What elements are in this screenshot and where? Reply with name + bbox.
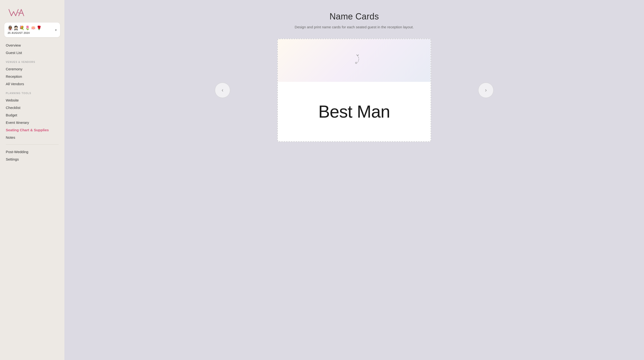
venues-section-label: VENUES & VENDORS (6, 61, 59, 63)
page-title: Name Cards (330, 11, 379, 22)
wedding-date: 25 AUGUST 2024 (8, 32, 42, 34)
spin-cursor-icon (347, 52, 362, 67)
nav-divider (6, 145, 59, 145)
sidebar-item-settings[interactable]: Settings (6, 156, 59, 163)
sidebar-item-notes[interactable]: Notes (6, 134, 59, 141)
page-subtitle: Design and print name cards for each sea… (294, 25, 414, 29)
sidebar-item-reception[interactable]: Reception (6, 73, 59, 80)
sidebar-item-all-vendors[interactable]: All Vendors (6, 80, 59, 88)
name-card: Best Man (277, 39, 431, 142)
name-card-top (278, 39, 430, 82)
prev-button[interactable]: ‹ (215, 83, 230, 98)
svg-point-1 (356, 62, 357, 64)
next-button[interactable]: › (478, 83, 494, 98)
name-card-text: Best Man (318, 102, 390, 121)
card-carousel: ‹ Best Man › (210, 39, 498, 142)
sidebar-item-event-itinerary[interactable]: Event Itinerary (6, 119, 59, 126)
sidebar-item-budget[interactable]: Budget (6, 111, 59, 119)
wedding-card-emojis: 👰🏾 🤵🏻 💐 🌷 🪷 🌹 (8, 25, 42, 30)
sidebar-item-guest-list[interactable]: Guest List (6, 49, 59, 56)
venues-vendors-section: VENUES & VENDORS Ceremony Reception All … (0, 56, 64, 88)
sidebar-item-website[interactable]: Website (6, 96, 59, 104)
planning-section-label: PLANNING TOOLS (6, 92, 59, 95)
logo-icon (7, 7, 26, 19)
sidebar-item-seating-chart[interactable]: Seating Chart & Supplies (6, 126, 59, 134)
sidebar: 👰🏾 🤵🏻 💐 🌷 🪷 🌹 25 AUGUST 2024 ▾ Overview … (0, 0, 64, 360)
planning-tools-section: PLANNING TOOLS Website Checklist Budget … (0, 88, 64, 141)
logo-area (0, 0, 64, 22)
sidebar-item-checklist[interactable]: Checklist (6, 104, 59, 111)
sidebar-item-post-wedding[interactable]: Post-Wedding (6, 148, 59, 156)
chevron-down-icon: ▾ (55, 28, 57, 32)
wedding-card[interactable]: 👰🏾 🤵🏻 💐 🌷 🪷 🌹 25 AUGUST 2024 ▾ (4, 22, 60, 37)
main-content: Name Cards Design and print name cards f… (64, 0, 644, 360)
bottom-nav: Post-Wedding Settings (0, 148, 64, 163)
sidebar-item-overview[interactable]: Overview (6, 41, 59, 49)
top-nav: Overview Guest List (0, 41, 64, 56)
sidebar-item-ceremony[interactable]: Ceremony (6, 65, 59, 73)
name-card-bottom: Best Man (278, 82, 430, 142)
